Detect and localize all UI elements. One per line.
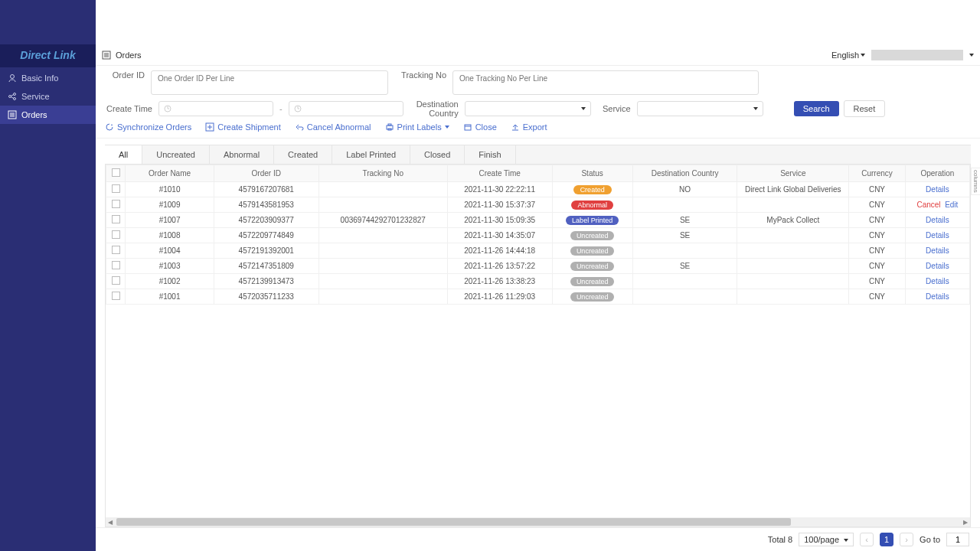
order-name-cell: #1004	[126, 243, 214, 259]
checkbox[interactable]	[112, 276, 120, 285]
tab-finish[interactable]: Finish	[465, 145, 515, 164]
sync-orders-button[interactable]: Synchronize Orders	[105, 122, 191, 132]
language-label: English	[831, 51, 859, 60]
tracking-input[interactable]	[452, 70, 759, 95]
prev-page-button[interactable]: ‹	[860, 533, 874, 546]
cancel-abnormal-button[interactable]: Cancel Abnormal	[295, 122, 371, 132]
scroll-left-icon[interactable]: ◀	[106, 519, 115, 526]
checkbox[interactable]	[112, 200, 120, 208]
row-checkbox-cell	[106, 197, 126, 213]
dest-cell	[632, 243, 737, 259]
details-link[interactable]: Details	[926, 277, 949, 285]
chevron-down-icon	[861, 54, 865, 57]
operation-cell: Cancel Edit	[905, 197, 969, 213]
order-name-cell: #1001	[126, 289, 214, 305]
user-menu[interactable]	[871, 50, 963, 60]
checkbox[interactable]	[112, 246, 120, 254]
checkbox[interactable]	[112, 215, 120, 223]
chevron-down-icon	[753, 107, 758, 110]
goto-label: Go to	[920, 535, 940, 544]
table-row: #100945791435819532021-11-30 15:37:37Abn…	[106, 197, 970, 213]
sidebar-item-label: Basic Info	[21, 73, 58, 83]
operation-cell: Details	[905, 243, 969, 259]
details-link[interactable]: Details	[926, 292, 949, 301]
order-id-cell: 4572191392001	[214, 243, 318, 259]
service-cell	[737, 243, 849, 259]
tracking-cell	[318, 197, 447, 213]
details-link[interactable]: Details	[926, 185, 949, 194]
dest-cell	[632, 197, 737, 213]
sidebar-item-service[interactable]: Service	[0, 87, 96, 106]
archive-icon	[463, 122, 472, 132]
checkbox[interactable]	[112, 230, 120, 239]
tab-label-printed[interactable]: Label Printed	[332, 145, 410, 164]
order-id-input[interactable]	[151, 70, 388, 95]
operation-cell: Details	[905, 213, 969, 228]
status-tabs: AllUncreatedAbnormalCreatedLabel Printed…	[105, 145, 971, 165]
checkbox[interactable]	[112, 292, 120, 300]
currency-cell: CNY	[849, 243, 906, 259]
create-shipment-button[interactable]: Create Shipment	[205, 122, 281, 132]
edit-link[interactable]: Edit	[945, 201, 958, 209]
destination-select[interactable]	[465, 101, 591, 116]
currency-cell: CNY	[849, 274, 906, 289]
order-name-cell: #1007	[126, 213, 214, 228]
status-cell: Uncreated	[552, 228, 632, 243]
order-name-cell: #1002	[126, 274, 214, 289]
close-button[interactable]: Close	[463, 122, 497, 132]
topbar: Orders English	[96, 44, 980, 66]
tracking-cell	[318, 259, 447, 274]
page-title: Orders	[116, 51, 142, 60]
service-cell: Direct Link Global Deliveries	[737, 182, 849, 197]
page-size-select[interactable]: 100/page	[799, 533, 854, 546]
row-checkbox-cell	[106, 274, 126, 289]
currency-cell: CNY	[849, 213, 906, 228]
row-checkbox-cell	[106, 289, 126, 305]
columns-toggle[interactable]: columns	[971, 168, 980, 195]
create-time-cell: 2021-11-30 15:37:37	[447, 197, 552, 213]
checkbox[interactable]	[112, 184, 120, 193]
export-button[interactable]: Export	[511, 122, 547, 132]
scroll-thumb[interactable]	[116, 518, 791, 526]
currency-cell: CNY	[849, 197, 906, 213]
column-header: Operation	[905, 165, 969, 182]
sidebar-item-basic-info[interactable]: Basic Info	[0, 69, 96, 87]
scroll-right-icon[interactable]: ▶	[961, 519, 970, 526]
details-link[interactable]: Details	[926, 262, 949, 270]
goto-input[interactable]	[946, 533, 969, 546]
language-selector[interactable]: English	[831, 51, 865, 60]
status-badge: Created	[573, 185, 612, 194]
tracking-cell	[318, 243, 447, 259]
create-time-from[interactable]	[158, 101, 273, 116]
tab-all[interactable]: All	[105, 145, 142, 164]
details-link[interactable]: Details	[926, 246, 949, 255]
tab-closed[interactable]: Closed	[410, 145, 465, 164]
service-select[interactable]	[637, 101, 763, 116]
sidebar-item-orders[interactable]: Orders	[0, 106, 96, 124]
details-link[interactable]: Details	[926, 216, 949, 224]
print-labels-button[interactable]: Print Labels	[385, 122, 449, 132]
reset-button[interactable]: Reset	[844, 100, 886, 117]
order-name-cell: #1009	[126, 197, 214, 213]
tab-uncreated[interactable]: Uncreated	[142, 145, 210, 164]
status-cell: Created	[552, 182, 632, 197]
create-time-cell: 2021-11-30 15:09:35	[447, 213, 552, 228]
next-page-button[interactable]: ›	[900, 533, 913, 546]
create-time-to[interactable]	[289, 101, 403, 116]
printer-icon	[385, 122, 394, 132]
horizontal-scrollbar[interactable]: ◀ ▶	[106, 517, 970, 527]
upload-icon	[511, 122, 520, 132]
status-badge: Label Printed	[566, 216, 619, 225]
tab-abnormal[interactable]: Abnormal	[210, 145, 274, 164]
currency-cell: CNY	[849, 228, 906, 243]
page-1-button[interactable]: 1	[880, 533, 893, 546]
checkbox[interactable]	[112, 168, 120, 177]
details-link[interactable]: Details	[926, 231, 949, 240]
tab-created[interactable]: Created	[274, 145, 332, 164]
checkbox[interactable]	[112, 261, 120, 269]
undo-icon	[295, 122, 304, 132]
service-cell	[737, 197, 849, 213]
search-button[interactable]: Search	[794, 101, 839, 116]
cancel-link[interactable]: Cancel	[916, 201, 940, 209]
currency-cell: CNY	[849, 289, 906, 305]
